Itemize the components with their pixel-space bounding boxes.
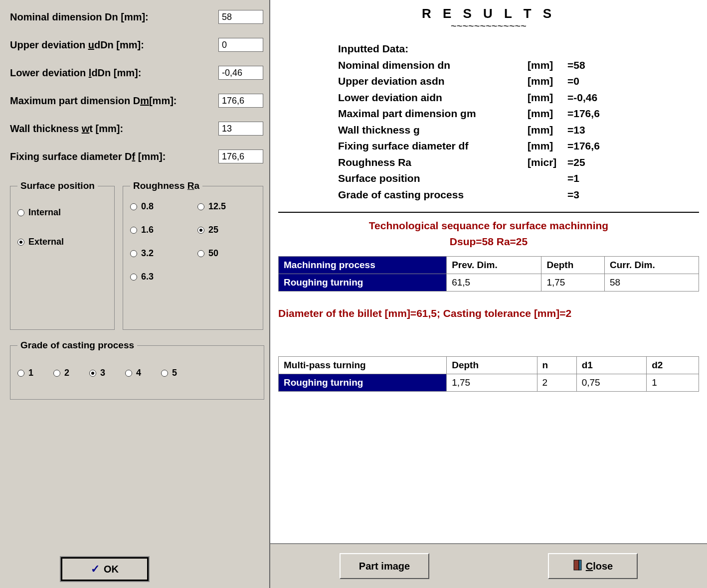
th-multipass: Multi-pass turning [279, 356, 447, 374]
field-dn: Nominal dimension Dn [mm]: [10, 10, 263, 24]
table-header-row: Machinning process Prev. Dim. Depth Curr… [279, 257, 699, 274]
inputted-row: Lower deviation aidn[mm]=-0,46 [338, 90, 699, 106]
check-icon: ✓ [91, 563, 100, 576]
multipass-table: Multi-pass turning Depth n d1 d2 Roughin… [278, 356, 699, 392]
part-image-button[interactable]: Part image [340, 553, 429, 579]
radio-icon [161, 370, 168, 377]
inputted-header: Inputted Data: [338, 41, 699, 57]
wt-input[interactable] [218, 122, 263, 136]
th-depth2: Depth [447, 356, 537, 374]
field-ld: Lower deviation ldDn [mm]: [10, 66, 263, 80]
th-depth: Depth [541, 257, 605, 274]
results-underline: ~~~~~~~~~~~~~ [278, 20, 699, 32]
tech-seq-line2: Dsup=58 Ra=25 [278, 234, 699, 250]
field-df: Fixing surface diameter Df [mm]: [10, 149, 263, 163]
wt-label: Wall thickness wt [mm]: [10, 123, 218, 135]
tech-seq-line1: Technological sequance for surface machi… [278, 218, 699, 234]
radio-ra-1-6[interactable]: 1.6 [130, 225, 188, 235]
machining-table: Machinning process Prev. Dim. Depth Curr… [278, 256, 699, 292]
inputted-data-block: Inputted Data: Nominal dimension dn[mm]=… [338, 41, 699, 203]
results-panel: R E S U L T S ~~~~~~~~~~~~~ Inputted Dat… [269, 0, 707, 588]
radio-ra-50[interactable]: 50 [197, 248, 256, 259]
radio-grade-2[interactable]: 2 [53, 368, 69, 378]
table-row: Roughing turning 61,5 1,75 58 [279, 274, 699, 292]
radio-grade-1[interactable]: 1 [17, 368, 33, 378]
roughness-legend: Roughness Ra [130, 180, 202, 191]
close-button[interactable]: CCloselose [548, 553, 638, 579]
radio-icon [53, 370, 60, 377]
billet-line: Diameter of the billet [mm]=61,5; Castin… [278, 305, 699, 321]
radio-ra-12-5[interactable]: 12.5 [197, 201, 256, 212]
ld-label: Lower deviation ldDn [mm]: [10, 67, 218, 79]
radio-internal[interactable]: Internal [17, 207, 107, 218]
radio-icon [17, 209, 24, 216]
inputted-row: Fixing surface diameter df[mm]=176,6 [338, 138, 699, 154]
radio-ra-6-3[interactable]: 6.3 [130, 272, 188, 282]
ud-label: Upper deviation udDn [mm]: [10, 39, 218, 51]
inputted-row: Nominal dimension dn[mm]=58 [338, 57, 699, 74]
radio-ra-3-2[interactable]: 3.2 [130, 248, 188, 259]
field-ud: Upper deviation udDn [mm]: [10, 38, 263, 52]
inputted-row: Grade of casting process=3 [338, 187, 699, 203]
radio-icon [89, 370, 96, 377]
inputted-row: Maximal part dimension gm[mm]=176,6 [338, 106, 699, 122]
radio-grade-4[interactable]: 4 [125, 368, 141, 378]
th-n: n [537, 356, 576, 374]
radio-icon [17, 370, 24, 377]
ud-input[interactable] [218, 38, 263, 52]
radio-icon [17, 239, 24, 246]
radio-icon [130, 203, 137, 210]
svg-rect-1 [579, 560, 581, 570]
inputted-row: Surface position=1 [338, 170, 699, 187]
radio-icon [130, 227, 137, 234]
inputted-row: Upper deviation asdn[mm]=0 [338, 73, 699, 90]
dm-label: Maximum part dimension Dm[mm]: [10, 95, 218, 107]
surface-position-legend: Surface position [17, 180, 98, 191]
radio-icon [197, 203, 204, 210]
radio-grade-5[interactable]: 5 [161, 368, 177, 378]
th-process: Machinning process [279, 257, 447, 274]
table-row: Roughing turning 1,75 2 0,75 1 [279, 374, 699, 391]
th-d2: d2 [647, 356, 699, 374]
surface-position-group: Surface position Internal External [10, 180, 115, 330]
th-prevdim: Prev. Dim. [447, 257, 541, 274]
grade-group: Grade of casting process 1 2 3 4 5 [10, 340, 264, 400]
radio-icon [130, 274, 137, 281]
dn-label: Nominal dimension Dn [mm]: [10, 11, 218, 23]
results-title: R E S U L T S [278, 6, 699, 21]
df-label: Fixing surface diameter Df [mm]: [10, 151, 218, 162]
field-dm: Maximum part dimension Dm[mm]: [10, 94, 263, 108]
divider [278, 212, 699, 213]
input-panel: Nominal dimension Dn [mm]: Upper deviati… [0, 0, 269, 588]
radio-ra-25[interactable]: 25 [197, 225, 256, 235]
radio-icon [130, 250, 137, 257]
table-header-row: Multi-pass turning Depth n d1 d2 [279, 356, 699, 374]
th-currdim: Curr. Dim. [604, 257, 699, 274]
radio-external[interactable]: External [17, 237, 107, 247]
radio-icon [197, 227, 204, 234]
radio-grade-3[interactable]: 3 [89, 368, 105, 378]
radio-ra-0-8[interactable]: 0.8 [130, 201, 188, 212]
radio-icon [125, 370, 132, 377]
ld-input[interactable] [218, 66, 263, 80]
field-wt: Wall thickness wt [mm]: [10, 122, 263, 136]
df-input[interactable] [218, 149, 263, 163]
dn-input[interactable] [218, 10, 263, 24]
dm-input[interactable] [218, 94, 263, 108]
radio-icon [197, 250, 204, 257]
inputted-row: Roughness Ra[micr]=25 [338, 154, 699, 171]
th-d1: d1 [576, 356, 647, 374]
ok-button[interactable]: ✓ OK [60, 556, 150, 582]
grade-legend: Grade of casting process [17, 340, 137, 351]
svg-rect-0 [574, 560, 579, 570]
door-icon [573, 560, 582, 573]
inputted-row: Wall thickness g[mm]=13 [338, 122, 699, 139]
roughness-group: Roughness Ra 0.8 12.5 1.6 25 3.2 50 6.3 [123, 180, 263, 330]
